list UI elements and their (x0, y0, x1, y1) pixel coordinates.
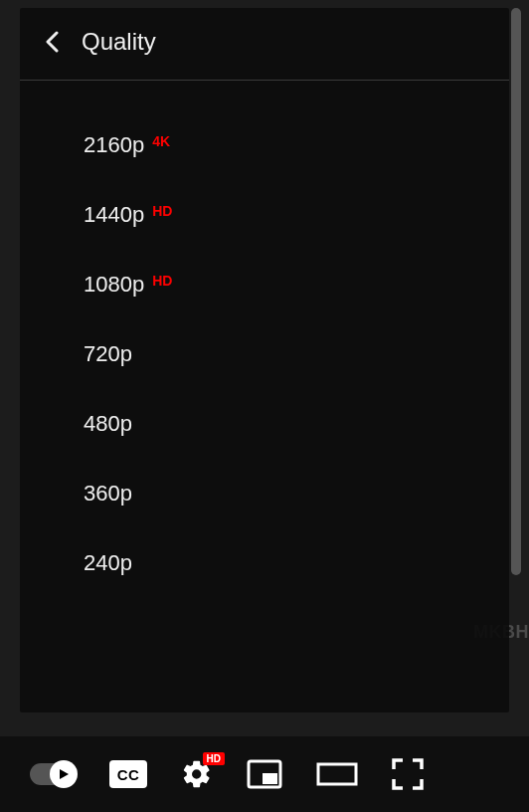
quality-label: 360p (84, 481, 132, 507)
quality-label: 1440p (84, 202, 144, 228)
svg-rect-2 (318, 764, 356, 784)
scrollbar-track[interactable] (511, 8, 521, 712)
player-controls-bar: CC HD (0, 736, 529, 812)
quality-option-720p[interactable]: 720p (20, 319, 509, 389)
fullscreen-icon (392, 758, 424, 790)
menu-title: Quality (82, 28, 156, 56)
quality-option-2160p[interactable]: 2160p 4K (20, 110, 509, 180)
quality-label: 1080p (84, 272, 144, 298)
fullscreen-button[interactable] (392, 758, 424, 790)
quality-option-1440p[interactable]: 1440p HD (20, 180, 509, 250)
settings-button[interactable]: HD (181, 758, 213, 790)
quality-badge: 4K (152, 133, 170, 149)
quality-option-240p[interactable]: 240p (20, 528, 509, 598)
quality-option-480p[interactable]: 480p (20, 389, 509, 459)
autoplay-toggle[interactable] (30, 763, 76, 785)
miniplayer-button[interactable] (247, 759, 282, 789)
theater-mode-button[interactable] (316, 760, 358, 788)
scrollbar-thumb[interactable] (511, 8, 521, 575)
quality-label: 2160p (84, 132, 144, 158)
quality-label: 480p (84, 411, 132, 437)
captions-button[interactable]: CC (109, 760, 147, 788)
cc-icon: CC (109, 760, 147, 788)
quality-option-360p[interactable]: 360p (20, 459, 509, 528)
quality-badge: HD (152, 273, 172, 289)
play-icon (58, 768, 70, 780)
quality-options-list: 2160p 4K 1440p HD 1080p HD 720p 480p 360… (20, 81, 509, 608)
settings-hd-badge: HD (203, 752, 225, 765)
quality-label: 240p (84, 550, 132, 576)
theater-icon (316, 760, 358, 788)
quality-badge: HD (152, 203, 172, 219)
quality-option-1080p[interactable]: 1080p HD (20, 250, 509, 319)
back-button[interactable] (40, 30, 64, 54)
quality-label: 720p (84, 341, 132, 367)
quality-menu-panel: Quality 2160p 4K 1440p HD 1080p HD 720p … (20, 8, 509, 712)
svg-rect-1 (263, 773, 277, 784)
chevron-left-icon (45, 31, 59, 53)
menu-header: Quality (20, 8, 509, 81)
miniplayer-icon (247, 759, 282, 789)
